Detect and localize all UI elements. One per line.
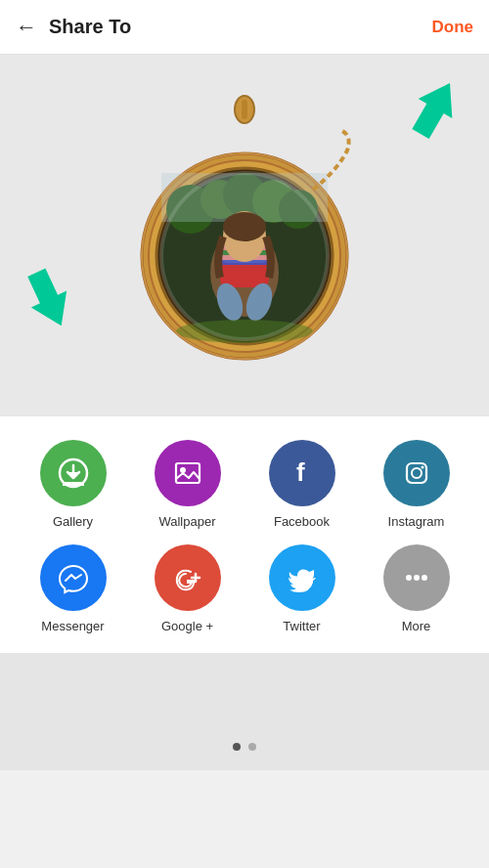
share-item-more[interactable]: More xyxy=(359,544,473,633)
pocket-watch-image xyxy=(132,92,357,380)
image-container xyxy=(0,55,489,416)
messenger-icon-bg xyxy=(40,544,107,611)
svg-point-35 xyxy=(406,575,412,581)
twitter-icon-bg xyxy=(269,544,335,611)
arrow-up-icon xyxy=(411,74,460,143)
svg-point-36 xyxy=(414,575,420,581)
gallery-label: Gallery xyxy=(53,514,93,529)
svg-point-32 xyxy=(421,466,423,469)
download-icon xyxy=(57,456,90,490)
share-item-gallery[interactable]: Gallery xyxy=(16,440,130,529)
instagram-icon-bg xyxy=(383,440,450,506)
share-grid: Gallery Wallpaper f Facebook xyxy=(16,440,473,633)
twitter-icon xyxy=(285,560,320,595)
wallpaper-label: Wallpaper xyxy=(158,514,215,529)
svg-point-37 xyxy=(422,575,427,581)
svg-point-19 xyxy=(223,212,266,241)
done-button[interactable]: Done xyxy=(432,18,474,37)
gallery-icon-bg xyxy=(40,440,107,506)
page-dots xyxy=(233,743,256,751)
instagram-icon xyxy=(399,456,434,491)
more-icon xyxy=(399,560,434,595)
share-item-messenger[interactable]: Messenger xyxy=(16,544,130,633)
twitter-label: Twitter xyxy=(283,619,320,633)
svg-rect-27 xyxy=(176,463,200,483)
messenger-icon xyxy=(56,560,91,595)
bottom-area xyxy=(0,653,489,770)
svg-point-31 xyxy=(412,468,422,478)
facebook-icon: f xyxy=(285,456,320,491)
facebook-label: Facebook xyxy=(274,514,330,529)
wallpaper-icon xyxy=(170,456,205,491)
share-item-googleplus[interactable]: Google + xyxy=(130,544,244,633)
wallpaper-icon-bg xyxy=(155,440,221,506)
page-title: Share To xyxy=(49,16,131,38)
messenger-label: Messenger xyxy=(41,619,104,633)
share-item-facebook[interactable]: f Facebook xyxy=(244,440,359,529)
header-left: ← Share To xyxy=(16,15,131,40)
more-icon-bg xyxy=(383,544,450,611)
dot-1 xyxy=(233,743,241,751)
svg-rect-2 xyxy=(242,100,247,119)
svg-marker-0 xyxy=(411,74,460,143)
back-button[interactable]: ← xyxy=(16,15,37,40)
share-item-twitter[interactable]: Twitter xyxy=(244,544,359,633)
googleplus-icon xyxy=(170,560,205,595)
share-item-wallpaper[interactable]: Wallpaper xyxy=(130,440,244,529)
instagram-label: Instagram xyxy=(388,514,445,529)
facebook-icon-bg: f xyxy=(269,440,335,506)
googleplus-label: Google + xyxy=(161,619,213,633)
svg-text:f: f xyxy=(296,457,305,487)
arrow-down-icon xyxy=(24,265,73,333)
header: ← Share To Done xyxy=(0,0,489,55)
googleplus-icon-bg xyxy=(155,544,221,611)
share-item-instagram[interactable]: Instagram xyxy=(359,440,473,529)
share-section: Gallery Wallpaper f Facebook xyxy=(0,416,489,653)
svg-marker-25 xyxy=(24,265,73,333)
dot-2 xyxy=(248,743,256,751)
more-label: More xyxy=(402,619,431,633)
